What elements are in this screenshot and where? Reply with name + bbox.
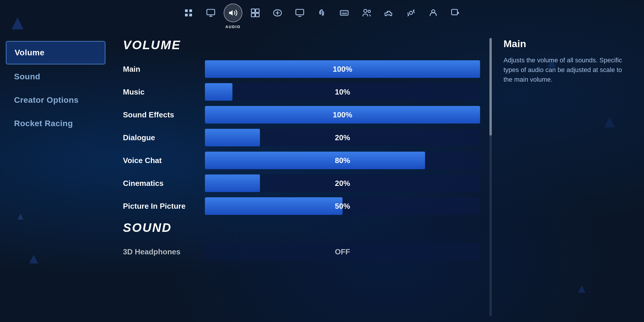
volume-row-voice-chat: Voice Chat 80% — [123, 152, 480, 169]
sidebar: Volume Sound Creator Options Rocket Raci… — [0, 32, 111, 322]
slider-voice-chat[interactable]: 80% — [205, 152, 480, 169]
nav-tab-game[interactable] — [268, 4, 287, 22]
volume-row-dialogue: Dialogue 20% — [123, 129, 480, 146]
right-panel-description: Adjusts the volume of all sounds. Specif… — [503, 55, 632, 84]
nav-tab-hud[interactable] — [246, 4, 265, 22]
sidebar-item-rocket-racing[interactable]: Rocket Racing — [6, 112, 105, 135]
slider-value-sound-effects: 100% — [205, 106, 480, 124]
nav-tab-replay[interactable] — [446, 4, 465, 22]
volume-label-3d-headphones: 3D Headphones — [123, 247, 205, 256]
nav-tab-broadcast[interactable] — [290, 4, 309, 22]
right-panel-title: Main — [503, 38, 632, 49]
nav-icons-row: AUDIO — [179, 4, 465, 22]
nav-tab-account[interactable] — [424, 4, 443, 22]
volume-section-title: VOLUME — [123, 38, 480, 52]
volume-label-music: Music — [123, 88, 205, 97]
slider-value-picture-in-picture: 50% — [205, 197, 480, 215]
volume-label-main: Main — [123, 65, 205, 74]
volume-label-cinematics: Cinematics — [123, 179, 205, 188]
slider-picture-in-picture[interactable]: 50% — [205, 197, 480, 215]
slider-value-music: 10% — [205, 83, 480, 101]
right-info-panel: Main Adjusts the volume of all sounds. S… — [492, 32, 644, 322]
slider-music[interactable]: 10% — [205, 83, 480, 101]
volume-row-sound-effects: Sound Effects 100% — [123, 106, 480, 124]
svg-rect-11 — [251, 9, 255, 13]
nav-tab-accessibility[interactable] — [402, 4, 420, 22]
scroll-thumb — [489, 38, 492, 136]
slider-value-cinematics: 20% — [205, 174, 480, 192]
volume-label-dialogue: Dialogue — [123, 133, 205, 142]
center-scroll-area: VOLUME Main 100% Music 10% Sound Effects… — [111, 32, 492, 322]
volume-label-picture-in-picture: Picture In Picture — [123, 202, 205, 211]
svg-point-17 — [364, 9, 367, 13]
nav-tab-touch[interactable] — [313, 4, 331, 22]
nav-tab-keyboard[interactable] — [335, 4, 354, 22]
svg-rect-10 — [207, 9, 215, 15]
nav-tab-controller[interactable] — [379, 4, 398, 22]
svg-rect-15 — [296, 9, 304, 15]
svg-rect-9 — [189, 14, 192, 16]
svg-rect-8 — [185, 14, 188, 16]
sidebar-item-sound[interactable]: Sound — [6, 66, 105, 88]
svg-rect-7 — [189, 9, 192, 12]
slider-value-main: 100% — [205, 60, 480, 78]
svg-rect-23 — [452, 9, 458, 15]
slider-dialogue[interactable]: 20% — [205, 129, 480, 146]
sidebar-item-creator-options[interactable]: Creator Options — [6, 89, 105, 111]
volume-row-main: Main 100% — [123, 60, 480, 78]
scroll-track[interactable] — [489, 38, 492, 316]
sound-section-title: SOUND — [123, 221, 480, 235]
slider-value-voice-chat: 80% — [205, 152, 480, 169]
nav-tab-display[interactable] — [201, 4, 220, 22]
nav-tab-notifications[interactable] — [179, 4, 198, 22]
slider-cinematics[interactable]: 20% — [205, 174, 480, 192]
volume-label-voice-chat: Voice Chat — [123, 156, 205, 165]
nav-tab-social[interactable] — [357, 4, 376, 22]
top-nav: AUDIO — [0, 0, 644, 32]
nav-tab-audio[interactable]: AUDIO — [224, 4, 242, 22]
svg-point-19 — [390, 12, 390, 13]
sidebar-item-volume[interactable]: Volume — [6, 41, 105, 64]
volume-label-sound-effects: Sound Effects — [123, 110, 205, 119]
slider-main[interactable]: 100% — [205, 60, 480, 78]
svg-rect-16 — [340, 11, 348, 15]
svg-point-20 — [390, 13, 391, 13]
svg-rect-6 — [185, 9, 188, 12]
nav-active-label: AUDIO — [225, 25, 241, 29]
svg-rect-14 — [256, 13, 259, 17]
svg-point-18 — [368, 10, 370, 13]
volume-row-music: Music 10% — [123, 83, 480, 101]
volume-row-picture-in-picture: Picture In Picture 50% — [123, 197, 480, 215]
slider-value-3d-headphones: OFF — [205, 243, 480, 261]
svg-rect-13 — [251, 13, 255, 17]
slider-sound-effects[interactable]: 100% — [205, 106, 480, 124]
svg-point-21 — [410, 11, 413, 15]
svg-rect-12 — [256, 9, 259, 13]
slider-value-dialogue: 20% — [205, 129, 480, 146]
main-content: Volume Sound Creator Options Rocket Raci… — [0, 32, 644, 322]
volume-row-3d-headphones: 3D Headphones OFF — [123, 243, 480, 261]
slider-3d-headphones[interactable]: OFF — [205, 243, 480, 261]
volume-row-cinematics: Cinematics 20% — [123, 174, 480, 192]
